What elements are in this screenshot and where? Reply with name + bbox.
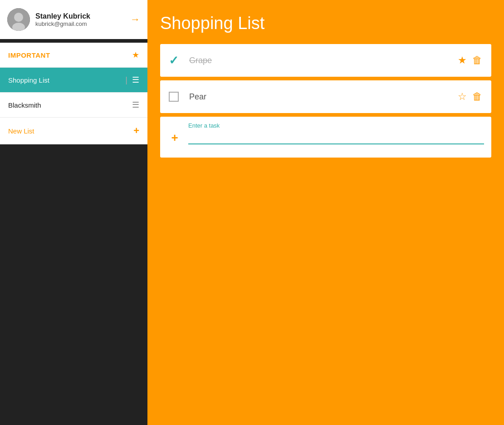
task-actions-pear: ☆ 🗑 [458, 91, 491, 103]
task-label: Grape [187, 56, 458, 65]
main-content: Shopping List ✓ Grape ★ 🗑 Pear ☆ 🗑 Enter… [147, 0, 504, 425]
task-item-grape: ✓ Grape ★ 🗑 [160, 44, 491, 77]
star-icon: ★ [132, 50, 139, 60]
add-task-input-wrap [188, 132, 484, 144]
nav-item-right: | ☰ [125, 75, 139, 85]
star-filled-icon[interactable]: ★ [458, 54, 467, 66]
divider: | [125, 75, 127, 85]
user-info: Stanley Kubrick kubrick@gmail.com [7, 8, 90, 31]
user-text: Stanley Kubrick kubrick@gmail.com [35, 12, 90, 27]
sidebar-item-label: Blacksmith [8, 101, 41, 109]
sidebar-item-blacksmith[interactable]: Blacksmith ☰ [0, 93, 147, 118]
nav-list: IMPORTANT ★ Shopping List | ☰ Blacksmith… [0, 43, 147, 144]
plus-icon: + [133, 125, 139, 137]
sidebar-item-important[interactable]: IMPORTANT ★ [0, 43, 147, 68]
avatar [7, 8, 30, 31]
task-actions-grape: ★ 🗑 [458, 54, 491, 66]
list-icon: ☰ [132, 100, 139, 110]
sidebar: Stanley Kubrick kubrick@gmail.com →︎ IMP… [0, 0, 147, 425]
trash-icon[interactable]: 🗑 [472, 91, 482, 103]
sidebar-item-label: IMPORTANT [8, 51, 50, 59]
add-task-row: + [167, 131, 484, 145]
page-title: Shopping List [160, 14, 491, 33]
svg-point-1 [14, 13, 23, 22]
sidebar-item-new-list[interactable]: New List + [0, 118, 147, 144]
checkbox-empty[interactable] [169, 92, 179, 102]
list-icon: ☰ [132, 75, 139, 85]
task-label: Pear [187, 92, 458, 102]
user-name: Stanley Kubrick [35, 12, 90, 20]
checkmark-icon: ✓ [169, 54, 179, 68]
user-email: kubrick@gmail.com [35, 20, 90, 27]
add-task-card: Enter a task + [160, 117, 491, 158]
star-empty-icon[interactable]: ☆ [458, 91, 467, 103]
add-task-label: Enter a task [188, 122, 484, 129]
sidebar-item-label: New List [8, 127, 34, 135]
add-task-input[interactable] [188, 132, 484, 143]
trash-icon[interactable]: 🗑 [472, 54, 482, 66]
user-profile: Stanley Kubrick kubrick@gmail.com →︎ [0, 0, 147, 39]
add-task-plus-icon[interactable]: + [167, 131, 182, 145]
sidebar-item-label: Shopping List [8, 76, 49, 84]
sidebar-item-shopping-list[interactable]: Shopping List | ☰ [0, 68, 147, 93]
task-check-grape[interactable]: ✓ [160, 54, 187, 68]
task-check-pear[interactable] [160, 92, 187, 102]
task-item-pear: Pear ☆ 🗑 [160, 80, 491, 113]
logout-icon[interactable]: →︎ [130, 14, 140, 25]
